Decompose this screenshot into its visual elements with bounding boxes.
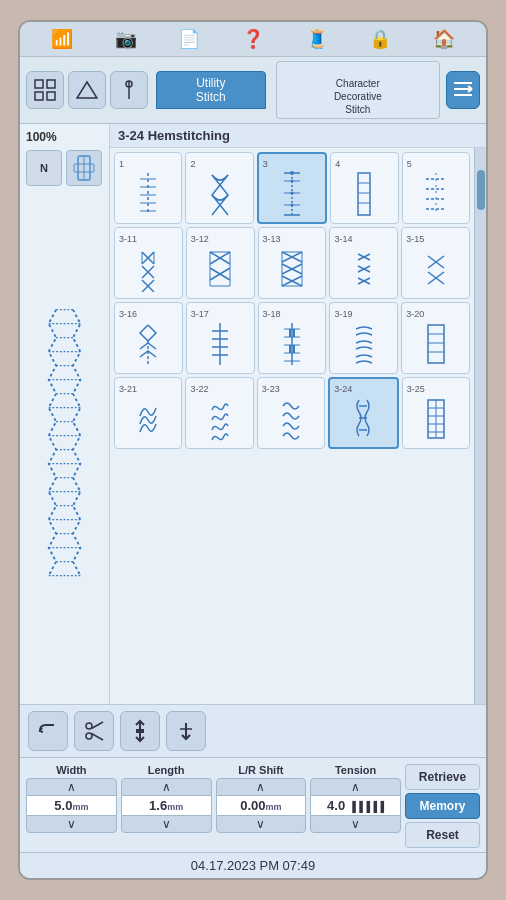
triangle-icon-btn[interactable] [68, 71, 106, 109]
status-bar: 📶 📷 📄 ❓ 🧵 🔒 🏠 [20, 22, 486, 57]
needle-position-icon [66, 150, 102, 186]
svg-point-49 [291, 180, 294, 183]
params-row: Width ∧ 5.0mm ∨ Length ∧ 1.6mm ∨ L/R Shi… [20, 757, 486, 852]
svg-point-51 [291, 204, 294, 207]
bottom-toolbar [20, 704, 486, 757]
length-up-btn[interactable]: ∧ [121, 778, 212, 796]
svg-rect-0 [35, 80, 43, 88]
tension-down-btn[interactable]: ∨ [310, 815, 401, 833]
width-down-btn[interactable]: ∨ [26, 815, 117, 833]
grid-icon-btn[interactable] [26, 71, 64, 109]
stitch-3-21[interactable]: 3-21 [114, 377, 182, 449]
retrieve-btn[interactable]: Retrieve [405, 764, 480, 790]
svg-rect-114 [428, 325, 444, 363]
utility-stitch-tab[interactable]: Utility Stitch [156, 71, 266, 109]
left-panel: 100% N [20, 124, 110, 704]
stitch-3-19[interactable]: 3-19 [329, 302, 398, 374]
stitch-3-23[interactable]: 3-23 [257, 377, 325, 449]
reset-btn[interactable]: Reset [405, 822, 480, 848]
scissors-btn[interactable] [74, 711, 114, 751]
tension-param: Tension ∧ 4.0 ▐▐▐▐▐ ∨ [310, 764, 401, 848]
svg-rect-1 [35, 92, 43, 100]
pin-icon-btn[interactable] [110, 71, 148, 109]
stitch-grid: 1 2 [110, 148, 474, 704]
stitch-3-24[interactable]: 3-24 [328, 377, 398, 449]
length-value: 1.6mm [121, 796, 212, 815]
datetime-text: 04.17.2023 PM 07:49 [191, 858, 315, 873]
help-icon: ❓ [242, 28, 264, 50]
stitch-3-22[interactable]: 3-22 [185, 377, 253, 449]
stitch-tab-group: Utility Stitch [156, 71, 266, 109]
stitch-category-header: 3-24 Hemstitching [110, 124, 486, 148]
svg-point-50 [291, 192, 294, 195]
nav-bar: Utility Stitch Character Decorative Stit… [20, 57, 486, 124]
stitch-3-11[interactable]: 3-11 [114, 227, 183, 299]
svg-rect-132 [136, 729, 144, 733]
memory-btn[interactable]: Memory [405, 793, 480, 819]
needle-up-down-btn[interactable] [120, 711, 160, 751]
stitch-3[interactable]: 3 [257, 152, 327, 224]
stitch-row-1: 1 2 [114, 152, 470, 224]
stitch-2[interactable]: 2 [185, 152, 253, 224]
svg-rect-3 [47, 92, 55, 100]
stitch-3-20[interactable]: 3-20 [401, 302, 470, 374]
length-down-btn[interactable]: ∨ [121, 815, 212, 833]
svg-line-129 [92, 722, 104, 729]
svg-rect-52 [358, 173, 370, 215]
length-label: Length [148, 764, 185, 776]
home-icon: 🏠 [433, 28, 455, 50]
wifi-icon: 📶 [51, 28, 73, 50]
stitch-3-25[interactable]: 3-25 [402, 377, 470, 449]
width-param: Width ∧ 5.0mm ∨ [26, 764, 117, 848]
needle-label: N [26, 150, 62, 186]
stitch-3-17[interactable]: 3-17 [186, 302, 255, 374]
stitch-1[interactable]: 1 [114, 152, 182, 224]
stitch-3-16[interactable]: 3-16 [114, 302, 183, 374]
feed-btn[interactable] [166, 711, 206, 751]
lr-shift-down-btn[interactable]: ∨ [216, 815, 307, 833]
lr-shift-label: L/R Shift [238, 764, 283, 776]
lr-shift-param: L/R Shift ∧ 0.00mm ∨ [216, 764, 307, 848]
length-param: Length ∧ 1.6mm ∨ [121, 764, 212, 848]
stitch-row-2: 3-11 [114, 227, 470, 299]
tension-up-btn[interactable]: ∧ [310, 778, 401, 796]
tension-label: Tension [335, 764, 376, 776]
stitch-4[interactable]: 4 [330, 152, 398, 224]
width-value: 5.0mm [26, 796, 117, 815]
lock-icon: 🔒 [369, 28, 391, 50]
scrollbar[interactable] [474, 148, 486, 704]
stitch-row-3: 3-16 3-17 [114, 302, 470, 374]
stitch-3-13[interactable]: 3-13 [258, 227, 327, 299]
main-content: 100% N [20, 124, 486, 704]
svg-point-128 [86, 733, 92, 739]
main-screen: 📶 📷 📄 ❓ 🧵 🔒 🏠 [18, 20, 488, 880]
camera-icon: 📷 [115, 28, 137, 50]
lr-shift-up-btn[interactable]: ∧ [216, 778, 307, 796]
svg-point-127 [86, 723, 92, 729]
zoom-percentage: 100% [26, 130, 57, 144]
footer-datetime: 04.17.2023 PM 07:49 [20, 852, 486, 878]
tension-value: 4.0 ▐▐▐▐▐ [310, 796, 401, 815]
character-decorative-tab[interactable]: Character Decorative Stitch [276, 61, 440, 119]
stitch-5[interactable]: 5 [402, 152, 470, 224]
stitch-preview [30, 192, 100, 698]
undo-btn[interactable] [28, 711, 68, 751]
svg-marker-4 [77, 82, 97, 98]
stitch-3-15[interactable]: 3-15 [401, 227, 470, 299]
document-icon: 📄 [178, 28, 200, 50]
width-up-btn[interactable]: ∧ [26, 778, 117, 796]
needle-display: N [26, 150, 103, 186]
stitch-3-12[interactable]: 3-12 [186, 227, 255, 299]
scroll-thumb[interactable] [477, 170, 485, 210]
menu-icon-btn[interactable] [446, 71, 480, 109]
lr-shift-value: 0.00mm [216, 796, 307, 815]
stitch-3-18[interactable]: 3-18 [258, 302, 327, 374]
width-label: Width [56, 764, 86, 776]
svg-line-130 [92, 734, 104, 741]
svg-point-48 [290, 171, 294, 175]
svg-rect-2 [47, 80, 55, 88]
stitch-3-14[interactable]: 3-14 [329, 227, 398, 299]
needle-icon: 🧵 [306, 28, 328, 50]
stitch-row-4: 3-21 3-22 [114, 377, 470, 449]
action-buttons: Retrieve Memory Reset [405, 764, 480, 848]
